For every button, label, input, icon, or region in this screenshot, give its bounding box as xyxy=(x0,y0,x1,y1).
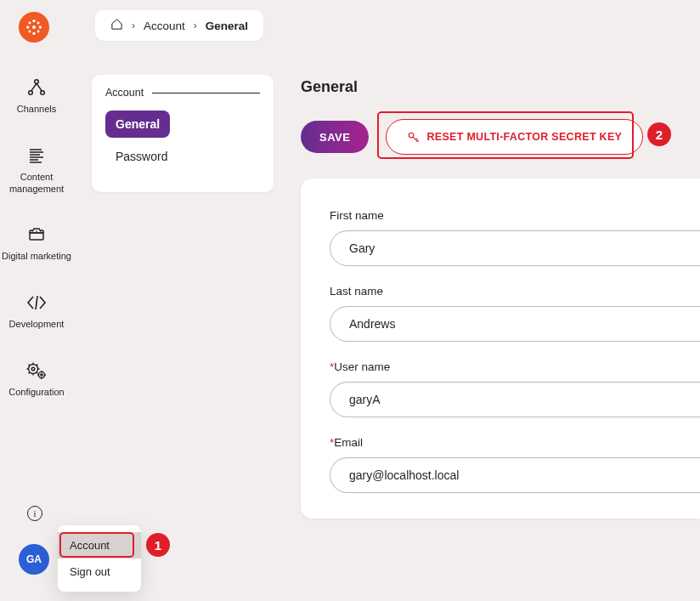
svg-point-0 xyxy=(32,26,36,29)
breadcrumb-general: General xyxy=(206,20,248,32)
configuration-icon xyxy=(25,360,48,382)
nav-configuration-label: Configuration xyxy=(8,387,64,399)
nav-development-label: Development xyxy=(9,319,65,331)
user-menu-signout[interactable]: Sign out xyxy=(58,558,141,585)
svg-point-12 xyxy=(29,364,38,373)
reset-mfa-button[interactable]: RESET MULTI-FACTOR SECRET KEY xyxy=(386,119,643,155)
breadcrumb: › Account › General xyxy=(95,10,263,41)
nav-channels-label: Channels xyxy=(17,104,56,116)
svg-point-15 xyxy=(41,374,42,376)
submenu-password[interactable]: Password xyxy=(105,143,178,170)
chevron-right-icon: › xyxy=(194,20,197,31)
submenu-general[interactable]: General xyxy=(105,111,170,138)
app-logo[interactable] xyxy=(19,12,49,43)
channels-icon xyxy=(25,77,48,99)
action-row: SAVE RESET MULTI-FACTOR SECRET KEY xyxy=(301,119,643,155)
nav-configuration[interactable]: Configuration xyxy=(0,360,73,399)
nav-development[interactable]: Development xyxy=(0,292,73,331)
first-name-input[interactable] xyxy=(330,230,700,266)
content-icon xyxy=(25,145,48,167)
svg-point-11 xyxy=(41,91,45,95)
reset-mfa-label: RESET MULTI-FACTOR SECRET KEY xyxy=(426,131,622,143)
save-button[interactable]: SAVE xyxy=(301,121,369,153)
first-name-label: First name xyxy=(330,209,700,222)
nav-content-management[interactable]: Content management xyxy=(0,145,73,196)
svg-point-3 xyxy=(26,26,29,28)
key-icon xyxy=(407,131,420,144)
chevron-right-icon: › xyxy=(132,20,135,31)
page-title: General xyxy=(301,78,358,96)
user-avatar[interactable]: GA xyxy=(19,544,49,575)
email-input[interactable] xyxy=(330,457,700,493)
development-icon xyxy=(25,292,48,314)
nav-channels[interactable]: Channels xyxy=(0,77,73,116)
profile-form: First name Last name *User name *Email xyxy=(301,179,700,519)
svg-point-13 xyxy=(31,367,35,371)
svg-point-6 xyxy=(37,21,40,24)
username-label: *User name xyxy=(330,360,700,373)
svg-point-8 xyxy=(37,31,40,33)
nav-digital-label: Digital marketing xyxy=(2,251,71,263)
logo-icon xyxy=(25,18,43,37)
email-label: *Email xyxy=(330,436,700,449)
svg-point-1 xyxy=(32,20,35,22)
account-submenu: Account General Password xyxy=(92,75,274,192)
last-name-input[interactable] xyxy=(330,306,700,342)
submenu-title: Account xyxy=(105,87,144,99)
svg-point-9 xyxy=(35,80,39,84)
svg-point-5 xyxy=(28,21,31,24)
user-menu-account[interactable]: Account xyxy=(58,532,141,558)
nav-digital-marketing[interactable]: Digital marketing xyxy=(0,224,73,263)
digital-marketing-icon xyxy=(25,224,48,246)
svg-point-7 xyxy=(28,31,31,33)
svg-point-14 xyxy=(38,371,44,377)
breadcrumb-account[interactable]: Account xyxy=(144,20,185,32)
last-name-label: Last name xyxy=(330,285,700,298)
left-nav: Channels Content management Digital mark… xyxy=(0,77,73,399)
annotation-badge-1: 1 xyxy=(146,533,170,557)
annotation-badge-2: 2 xyxy=(647,122,671,146)
user-menu-popup: Account Sign out xyxy=(58,525,141,592)
home-icon[interactable] xyxy=(110,18,123,33)
nav-content-label: Content management xyxy=(0,172,73,196)
submenu-divider xyxy=(152,93,260,94)
svg-point-2 xyxy=(32,32,35,35)
svg-point-10 xyxy=(29,91,33,95)
info-icon[interactable]: i xyxy=(27,506,42,521)
username-input[interactable] xyxy=(330,382,700,417)
svg-point-4 xyxy=(39,26,42,28)
